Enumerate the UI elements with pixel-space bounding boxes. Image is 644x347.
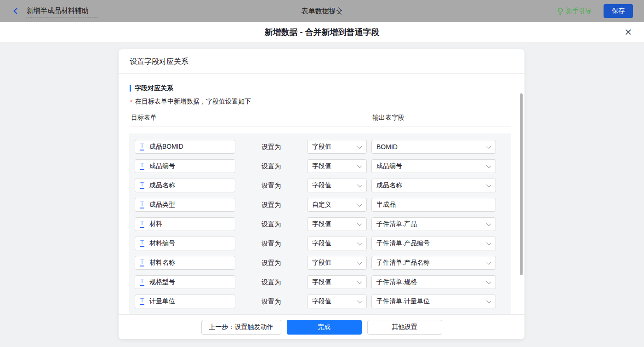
- chevron-down-icon: [486, 144, 491, 149]
- chevron-down-icon: [486, 221, 491, 226]
- value-mode-label: 字段值: [312, 239, 331, 248]
- set-as-label: 设置为: [235, 217, 307, 231]
- text-field-icon: T: [140, 298, 144, 305]
- set-as-label: 设置为: [235, 198, 307, 212]
- field-mapping-card: 设置字段对应关系 字段对应关系 * 在目标表单中新增数据，字段值设置如下 目标表…: [119, 49, 524, 339]
- column-headers: 目标表单 输出表字段: [130, 114, 511, 127]
- value-mode-select[interactable]: 字段值: [307, 275, 367, 289]
- value-mode-select[interactable]: 字段值: [307, 237, 367, 250]
- chevron-down-icon: [357, 299, 362, 303]
- output-field-label: 成品名称: [376, 181, 402, 190]
- back-icon[interactable]: [12, 7, 19, 15]
- text-field-icon: T: [140, 143, 144, 150]
- card-footer: 上一步：设置触发动作 完成 其他设置: [119, 314, 524, 339]
- value-mode-select[interactable]: 字段值: [307, 159, 367, 173]
- value-mode-select[interactable]: 字段值: [307, 256, 367, 270]
- chevron-down-icon: [486, 260, 491, 265]
- output-field-select[interactable]: [371, 314, 496, 314]
- target-field-label: 规格型号: [149, 278, 175, 286]
- output-field-label: BOMID: [376, 143, 398, 150]
- output-field-label: 子件清单.产品名称: [376, 259, 430, 267]
- value-mode-label: 字段值: [312, 162, 331, 170]
- value-mode-label: 字段值: [312, 181, 331, 190]
- set-as-label: 设置为: [235, 140, 307, 154]
- target-field-label: 材料名称: [149, 259, 175, 267]
- target-field-label: 成品编号: [149, 162, 175, 170]
- chevron-down-icon: [486, 163, 491, 168]
- target-field-label: 材料: [149, 220, 162, 228]
- target-field-label: 计量单位: [149, 297, 175, 306]
- table-row: T 成品名称 设置为 字段值 成品名称: [129, 179, 511, 198]
- output-field-select[interactable]: 子件清单.产品编号: [371, 237, 496, 250]
- other-settings-button[interactable]: 其他设置: [367, 320, 442, 335]
- output-field-select[interactable]: 子件清单.产品名称: [371, 256, 496, 270]
- field-mapping-rows: T 成品BOMID 设置为 字段值 BOMID T 成品编号 设置为 字段值 成…: [129, 133, 511, 314]
- target-field-box: T 材料名称: [135, 256, 235, 270]
- chevron-down-icon: [486, 241, 491, 245]
- close-icon[interactable]: ✕: [624, 26, 632, 39]
- output-field-label: 成品编号: [376, 162, 402, 170]
- target-field-box: T 计量单位: [135, 295, 235, 308]
- value-mode-select[interactable]: 字段值: [307, 217, 367, 231]
- output-field-select[interactable]: 成品编号: [371, 159, 496, 173]
- output-field-select[interactable]: 子件清单.规格: [371, 275, 496, 289]
- beginner-guide-label: 新手引导: [566, 7, 592, 15]
- table-row-partial: [129, 314, 511, 314]
- card-body: 字段对应关系 * 在目标表单中新增数据，字段值设置如下 目标表单 输出表字段 T…: [119, 74, 524, 314]
- set-as-label: 设置为: [235, 295, 307, 308]
- value-mode-label: 字段值: [312, 220, 331, 228]
- lightbulb-icon: [557, 7, 564, 15]
- target-field-label: 成品BOMID: [149, 143, 183, 151]
- vertical-scrollbar-thumb[interactable]: [520, 93, 523, 275]
- output-field-select[interactable]: BOMID: [371, 140, 496, 154]
- value-mode-select[interactable]: 字段值: [307, 140, 367, 154]
- value-mode-select[interactable]: [307, 314, 367, 314]
- output-field-select[interactable]: 子件清单.产品: [371, 217, 496, 231]
- table-row: T 材料编号 设置为 字段值 子件清单.产品编号: [129, 237, 511, 256]
- chevron-down-icon: [357, 202, 362, 207]
- set-as-label: 设置为: [235, 237, 307, 250]
- value-mode-label: 字段值: [312, 259, 331, 267]
- target-field-box: T 成品名称: [135, 179, 235, 192]
- target-field-label: 材料编号: [149, 239, 175, 248]
- value-mode-label: 自定义: [312, 201, 331, 209]
- prev-step-button[interactable]: 上一步：设置触发动作: [201, 320, 281, 335]
- output-field-label: 半成品: [376, 201, 396, 209]
- beginner-guide-link[interactable]: 新手引导: [557, 7, 592, 15]
- output-field-select[interactable]: 成品名称: [371, 179, 496, 192]
- text-field-icon: T: [140, 278, 144, 286]
- target-field-box: T 规格型号: [135, 275, 235, 289]
- text-field-icon: T: [140, 259, 144, 266]
- chevron-down-icon: [357, 241, 362, 245]
- section-header: 字段对应关系: [130, 84, 524, 93]
- output-field-label: 子件清单.计量单位: [376, 297, 430, 306]
- table-row: T 成品编号 设置为 字段值 成品编号: [129, 159, 511, 179]
- set-as-label: 设置为: [235, 179, 307, 192]
- value-mode-select[interactable]: 自定义: [307, 198, 367, 212]
- section-note-text: 在目标表单中新增数据，字段值设置如下: [135, 98, 251, 106]
- output-field-label: 子件清单.产品: [376, 220, 417, 228]
- target-field-label: 成品名称: [149, 181, 175, 190]
- target-field-label: 成品类型: [149, 201, 175, 209]
- save-button[interactable]: 保存: [604, 4, 633, 18]
- chevron-down-icon: [357, 183, 362, 187]
- value-mode-select[interactable]: 字段值: [307, 179, 367, 192]
- finish-button[interactable]: 完成: [287, 320, 362, 335]
- value-mode-label: 字段值: [312, 278, 331, 286]
- document-title[interactable]: 新增半成品材料辅助: [26, 5, 98, 17]
- chevron-down-icon: [357, 144, 362, 149]
- modal-header: 新增数据 - 合并新增到普通字段 ✕: [0, 22, 644, 42]
- section-accent-bar: [130, 85, 131, 92]
- table-row: T 材料 设置为 字段值 子件清单.产品: [129, 217, 511, 237]
- table-row: T 计量单位 设置为 字段值 子件清单.计量单位: [129, 295, 511, 314]
- text-field-icon: T: [140, 162, 144, 170]
- value-mode-select[interactable]: 字段值: [307, 295, 367, 308]
- text-field-icon: T: [140, 201, 144, 208]
- set-as-label: 设置为: [235, 256, 307, 270]
- target-field-box: [135, 314, 235, 314]
- table-row: T 成品BOMID 设置为 字段值 BOMID: [129, 140, 511, 159]
- text-field-icon: T: [140, 182, 144, 189]
- column-header-output-field: 输出表字段: [372, 114, 405, 122]
- custom-value-input[interactable]: 半成品: [371, 198, 496, 212]
- output-field-select[interactable]: 子件清单.计量单位: [371, 295, 496, 308]
